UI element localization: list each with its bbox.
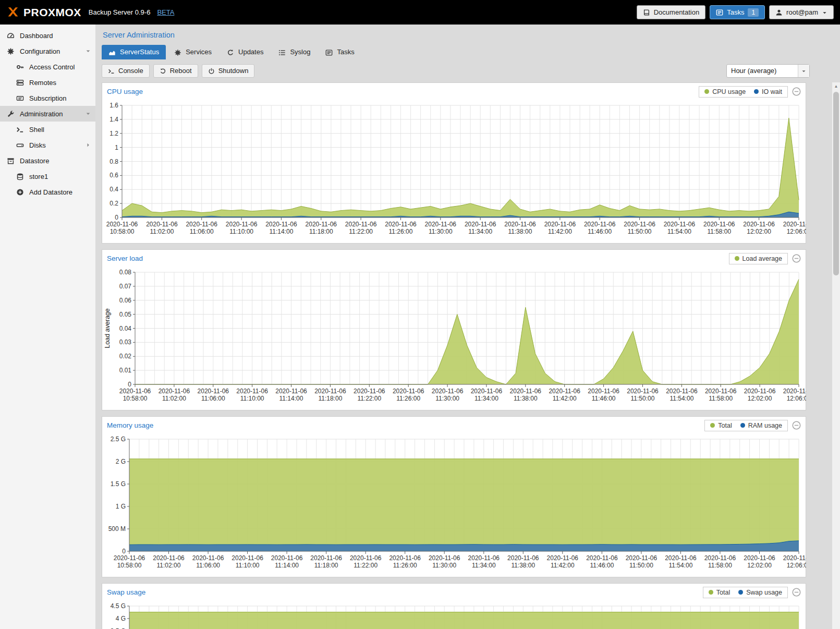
svg-text:0.02: 0.02 — [119, 353, 132, 360]
svg-text:2020-11-0611:38:00: 2020-11-0611:38:00 — [510, 388, 542, 402]
sidebar-item-label: Administration — [20, 110, 63, 118]
svg-text:2020-11-0611:06:00: 2020-11-0611:06:00 — [186, 221, 217, 235]
svg-text:2020-11-0612:02:00: 2020-11-0612:02:00 — [744, 388, 776, 402]
sidebar-item-label: Add Datastore — [29, 188, 72, 196]
sidebar-item-label: Shell — [29, 126, 44, 134]
time-interval-select[interactable]: Hour (average) — [726, 64, 810, 78]
svg-text:0.03: 0.03 — [119, 338, 132, 346]
sidebar-item-shell[interactable]: Shell — [0, 122, 95, 137]
toolbar-reboot-button[interactable]: Reboot — [153, 64, 198, 78]
collapse-panel-button[interactable] — [792, 87, 801, 96]
sidebar-item-store1[interactable]: store1 — [0, 168, 95, 184]
tab-services[interactable]: Services — [167, 45, 218, 59]
sidebar-item-configuration[interactable]: Configuration — [0, 43, 95, 59]
tab-tasks[interactable]: Tasks — [319, 45, 361, 59]
collapse-panel-button[interactable] — [792, 254, 801, 263]
power-icon — [208, 67, 215, 75]
main-content: Server Administration ServerStatusServic… — [95, 25, 840, 629]
toolbar-button-label: Shutdown — [218, 67, 249, 75]
svg-text:0.6: 0.6 — [109, 172, 118, 179]
svg-text:0.08: 0.08 — [119, 269, 132, 276]
svg-text:Load average: Load average — [104, 308, 111, 348]
svg-text:0.2: 0.2 — [109, 200, 118, 207]
svg-text:0.05: 0.05 — [119, 310, 132, 318]
chart-server-load: 00.010.020.030.040.050.060.070.082020-11… — [102, 267, 806, 410]
legend-label: Total — [718, 422, 732, 429]
panel-cpu-usage: CPU usageCPU usageIO wait00.20.40.60.811… — [102, 82, 806, 244]
tab-updates[interactable]: Updates — [220, 45, 270, 59]
toolbar-shutdown-button[interactable]: Shutdown — [202, 64, 255, 78]
svg-text:2020-11-0611:06:00: 2020-11-0611:06:00 — [198, 388, 229, 402]
list-icon — [278, 48, 286, 56]
chevron-down-icon[interactable] — [85, 111, 91, 117]
tasks-label: Tasks — [727, 8, 744, 16]
documentation-button[interactable]: Documentation — [637, 5, 705, 19]
toolbar-console-button[interactable]: Console — [102, 64, 150, 78]
sidebar-item-dashboard[interactable]: Dashboard — [0, 28, 95, 43]
chart-legend: TotalSwap usage — [703, 587, 788, 598]
sidebar-item-label: Access Control — [29, 63, 75, 71]
tab-serverstatus[interactable]: ServerStatus — [102, 45, 166, 59]
sidebar-item-datastore[interactable]: Datastore — [0, 153, 95, 168]
beta-link[interactable]: BETA — [157, 8, 174, 16]
tasks-count-badge: 1 — [748, 8, 759, 17]
sidebar-item-access-control[interactable]: Access Control — [0, 59, 95, 75]
sidebar-item-label: Configuration — [20, 47, 60, 55]
svg-text:2020-11-0611:54:00: 2020-11-0611:54:00 — [664, 221, 696, 235]
legend-item: RAM usage — [740, 422, 782, 429]
sidebar-item-disks[interactable]: Disks — [0, 137, 95, 153]
tab-syslog[interactable]: Syslog — [272, 45, 317, 59]
tab-label: Services — [186, 48, 212, 56]
legend-label: CPU usage — [712, 88, 746, 95]
svg-text:2 G: 2 G — [116, 458, 126, 465]
sidebar-item-administration[interactable]: Administration — [0, 106, 95, 122]
tasks-button[interactable]: Tasks 1 — [710, 5, 765, 19]
svg-text:4.5 G: 4.5 G — [111, 602, 126, 610]
svg-text:2020-11-0610:58:00: 2020-11-0610:58:00 — [114, 554, 145, 569]
svg-text:2020-11-0611:26:00: 2020-11-0611:26:00 — [389, 554, 421, 569]
chart-memory-usage: 0500 M1 G1.5 G2 G2.5 G2020-11-0610:58:00… — [102, 434, 806, 577]
gauge-icon — [6, 32, 15, 40]
sidebar-item-subscription[interactable]: Subscription — [0, 90, 95, 106]
svg-text:0.4: 0.4 — [109, 186, 118, 193]
chevron-down-icon[interactable] — [798, 65, 809, 77]
chevron-right-icon[interactable] — [85, 142, 91, 148]
legend-label: Total — [716, 589, 730, 596]
chart-legend: Load average — [729, 253, 788, 264]
tab-bar: ServerStatusServicesUpdatesSyslogTasks — [102, 45, 840, 59]
svg-text:2020-11-0611:34:00: 2020-11-0611:34:00 — [471, 388, 503, 402]
legend-dot-icon — [735, 256, 739, 261]
gears-icon — [174, 48, 181, 56]
legend-label: Swap usage — [746, 589, 782, 596]
svg-text:2020-11-0611:22:00: 2020-11-0611:22:00 — [354, 388, 385, 402]
terminal-icon — [16, 126, 25, 134]
sidebar-item-label: Dashboard — [20, 32, 53, 40]
chevron-down-icon[interactable] — [85, 48, 91, 54]
svg-text:2020-11-0611:30:00: 2020-11-0611:30:00 — [425, 221, 457, 235]
sidebar-item-label: Disks — [29, 141, 46, 149]
ticket-icon — [16, 94, 25, 102]
book-icon — [643, 8, 650, 17]
documentation-label: Documentation — [654, 8, 699, 16]
svg-text:2020-11-0611:54:00: 2020-11-0611:54:00 — [666, 388, 698, 402]
user-menu-button[interactable]: root@pam — [769, 5, 834, 19]
scrollbar-thumb[interactable] — [833, 92, 839, 275]
sidebar-item-add-datastore[interactable]: Add Datastore — [0, 184, 95, 200]
plus-circle-icon — [16, 188, 25, 196]
user-label: root@pam — [786, 8, 818, 16]
svg-text:1.5 G: 1.5 G — [111, 480, 126, 488]
panel-swap-usage: Swap usageTotalSwap usage0500 M1 G1.5 G2… — [102, 583, 806, 629]
svg-text:2020-11-0611:02:00: 2020-11-0611:02:00 — [153, 554, 185, 569]
legend-dot-icon — [740, 423, 745, 428]
svg-text:0.8: 0.8 — [109, 158, 118, 165]
terminal-icon — [108, 67, 115, 75]
collapse-panel-button[interactable] — [792, 588, 801, 597]
svg-text:2020-11-0611:26:00: 2020-11-0611:26:00 — [385, 221, 417, 235]
vertical-scrollbar[interactable]: ▲ — [832, 82, 840, 629]
chart-cpu-usage: 00.20.40.60.811.21.41.62020-11-0610:58:0… — [102, 100, 806, 243]
scroll-up-arrow-icon[interactable]: ▲ — [832, 82, 840, 91]
svg-text:2020-11-0611:18:00: 2020-11-0611:18:00 — [314, 388, 346, 402]
sidebar-item-remotes[interactable]: Remotes — [0, 75, 95, 90]
svg-text:2020-11-0612:06:00: 2020-11-0612:06:00 — [783, 221, 806, 235]
collapse-panel-button[interactable] — [792, 421, 801, 430]
